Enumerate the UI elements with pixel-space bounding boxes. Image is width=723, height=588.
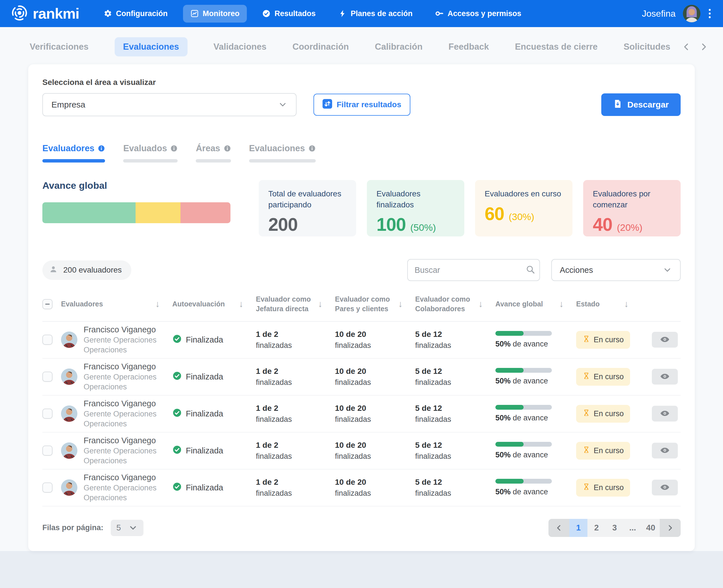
tab-coordinacion[interactable]: Coordinación: [293, 37, 349, 57]
tab-feedback[interactable]: Feedback: [448, 37, 489, 57]
avance-cell: 50% de avance: [495, 442, 576, 459]
table-toolbar: 200 evaluadores Acciones: [42, 259, 681, 281]
stat-value: 200: [268, 214, 298, 235]
nav-item-label: Monitoreo: [203, 9, 240, 18]
stat-value: 40: [593, 214, 612, 235]
search-input[interactable]: [415, 266, 521, 275]
subtab-evaluados[interactable]: Evaluados: [123, 143, 178, 163]
brand: rankmi: [11, 5, 79, 22]
filter-results-button[interactable]: Filtrar resultados: [314, 94, 410, 116]
stat-card-evaluadores-en-curso: Evaluadores en curso 60(30%): [475, 180, 573, 236]
row-checkbox[interactable]: [42, 408, 53, 419]
view-details-button[interactable]: [652, 406, 678, 422]
autoevaluacion-status: Finalizada: [172, 445, 256, 457]
evaluator-role: Gerente OperacionesOperaciones: [84, 373, 157, 391]
row-checkbox[interactable]: [42, 335, 53, 345]
row-avatar: [61, 405, 77, 422]
info-icon[interactable]: [308, 145, 316, 152]
filter-row: Empresa Filtrar resultados Descargar: [42, 93, 681, 116]
autoevaluacion-status: Finalizada: [172, 334, 256, 345]
user-avatar[interactable]: [683, 5, 700, 22]
tab-evaluaciones[interactable]: Evaluaciones: [115, 37, 187, 57]
tab-calibracion[interactable]: Calibración: [375, 37, 422, 57]
stat-card-evaluadores-finalizados: Evaluadores finalizados 100(50%): [367, 180, 464, 236]
view-details-button[interactable]: [652, 332, 678, 348]
nav-right: Josefina: [642, 5, 712, 22]
info-icon[interactable]: [170, 145, 178, 152]
nav-item-resultados[interactable]: Resultados: [255, 5, 323, 23]
colaboradores-count: 5 de 12finalizadas: [415, 441, 495, 461]
global-progress: Avance global: [42, 180, 230, 236]
module-tabs-row: VerificacionesEvaluacionesValidacionesCo…: [0, 27, 723, 64]
colaboradores-count: 5 de 12finalizadas: [415, 367, 495, 387]
sort-arrow-icon[interactable]: ↓: [239, 298, 243, 310]
user-name: Josefina: [642, 8, 676, 19]
view-details-button[interactable]: [652, 369, 678, 384]
area-select[interactable]: Empresa: [42, 93, 297, 116]
table-row: Francisco Viganego Gerente OperacionesOp…: [42, 322, 681, 359]
tab-validaciones[interactable]: Validaciones: [214, 37, 267, 57]
kebab-menu-icon[interactable]: [708, 8, 712, 19]
pager-page-2[interactable]: 2: [587, 519, 605, 537]
tab-solicitudes[interactable]: Solicitudes: [624, 37, 670, 57]
pager-prev-button[interactable]: [548, 519, 569, 537]
rows-per-page-value: 5: [116, 523, 121, 532]
rankmi-logo-icon: [11, 5, 28, 22]
nav-item-monitoreo[interactable]: Monitoreo: [183, 5, 247, 23]
sort-arrow-icon[interactable]: ↓: [559, 298, 564, 310]
status-badge: En curso: [576, 442, 630, 460]
tabs-scroll-left-button[interactable]: [682, 42, 691, 51]
view-details-button[interactable]: [652, 480, 678, 496]
rows-per-page-select[interactable]: 5: [111, 520, 143, 536]
subtab-areas[interactable]: Áreas: [196, 143, 231, 163]
stat-value: 100: [377, 214, 406, 235]
subtab-evaluadores[interactable]: Evaluadores: [42, 143, 105, 163]
row-checkbox[interactable]: [42, 482, 53, 492]
nav-item-accesos-y-permisos[interactable]: Accesos y permisos: [428, 5, 529, 23]
chart-icon: [190, 9, 199, 18]
global-progress-title: Avance global: [42, 180, 230, 191]
row-checkbox[interactable]: [42, 372, 53, 382]
download-button[interactable]: Descargar: [601, 93, 681, 116]
info-icon[interactable]: [98, 145, 105, 152]
stat-cards: Total de evaluadores participando 200 Ev…: [259, 180, 681, 236]
sort-arrow-icon[interactable]: ↓: [624, 298, 629, 310]
pager-page-40[interactable]: 40: [642, 519, 660, 537]
autoevaluacion-status: Finalizada: [172, 408, 256, 420]
subtab-evaluaciones[interactable]: Evaluaciones: [249, 143, 316, 163]
hourglass-icon: [582, 483, 590, 492]
content-band: VerificacionesEvaluacionesValidacionesCo…: [0, 27, 723, 551]
file-download-icon: [613, 99, 622, 110]
sort-arrow-icon[interactable]: ↓: [155, 298, 160, 310]
pares-count: 10 de 20finalizadas: [335, 367, 415, 387]
stat-value: 60: [485, 204, 504, 224]
row-checkbox[interactable]: [42, 445, 53, 456]
column-header-estado: Estado ↓: [576, 298, 641, 310]
colaboradores-count: 5 de 12finalizadas: [415, 404, 495, 424]
view-details-button[interactable]: [652, 443, 678, 459]
sort-arrow-icon[interactable]: ↓: [478, 298, 483, 310]
tab-encuestas-de-cierre[interactable]: Encuestas de cierre: [515, 37, 598, 57]
nav-item-configuracion[interactable]: Configuración: [96, 5, 175, 23]
hourglass-icon: [582, 335, 590, 345]
nav-item-planes-de-accion[interactable]: Planes de acción: [331, 5, 420, 23]
sort-arrow-icon[interactable]: ↓: [398, 298, 403, 310]
pager-page-3[interactable]: 3: [605, 519, 624, 537]
key-icon: [435, 9, 444, 18]
stat-card-total-de-evaluadores-participando: Total de evaluadores participando 200: [259, 180, 356, 236]
pager-page--[interactable]: ...: [624, 519, 642, 537]
check-circle-icon: [172, 371, 182, 383]
subtab-underline: [249, 159, 316, 163]
actions-select[interactable]: Acciones: [551, 259, 681, 281]
tab-verificaciones[interactable]: Verificaciones: [29, 37, 89, 57]
module-tabs: VerificacionesEvaluacionesValidacionesCo…: [29, 37, 670, 57]
global-progress-bar: [42, 202, 230, 223]
select-all-checkbox[interactable]: [42, 299, 53, 309]
pager-next-button[interactable]: [660, 519, 681, 537]
pager-page-1[interactable]: 1: [569, 519, 587, 537]
bolt-icon: [338, 9, 347, 18]
info-icon[interactable]: [224, 145, 231, 152]
hourglass-icon: [582, 446, 590, 456]
sort-arrow-icon[interactable]: ↓: [318, 298, 323, 310]
tabs-scroll-right-button[interactable]: [699, 42, 709, 51]
